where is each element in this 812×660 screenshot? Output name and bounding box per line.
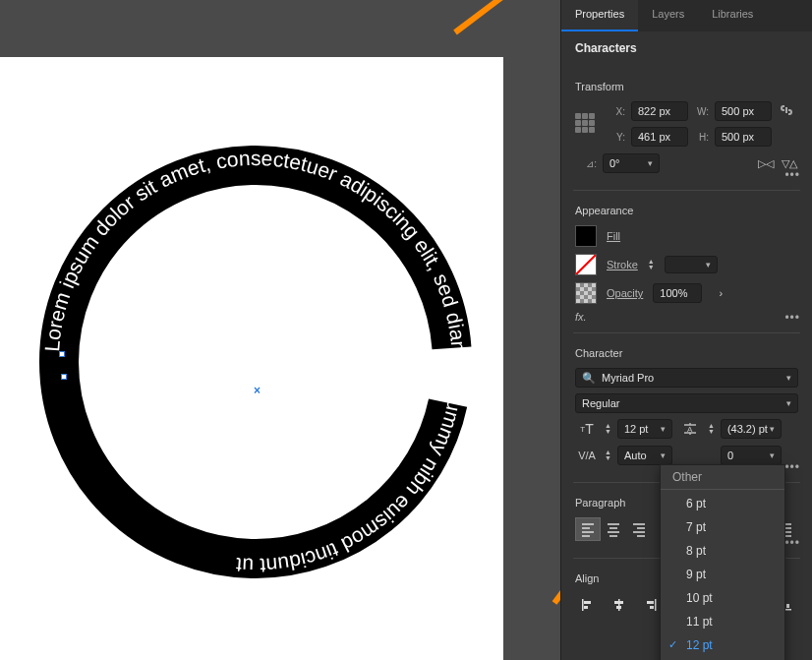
- kerning-icon: V/A: [575, 450, 599, 461]
- tab-libraries[interactable]: Libraries: [698, 0, 767, 31]
- svg-rect-4: [584, 601, 591, 604]
- panel-tabs: Properties Layers Libraries: [561, 0, 812, 31]
- align-center-button[interactable]: [601, 517, 626, 541]
- appearance-title: Appearance: [575, 205, 798, 216]
- properties-panel: Properties Layers Libraries Characters T…: [560, 0, 812, 660]
- opacity-swatch[interactable]: [575, 282, 597, 304]
- chevron-down-icon: ▾: [648, 158, 653, 168]
- object-type-section: Characters: [561, 31, 812, 71]
- appearance-more-icon[interactable]: •••: [784, 311, 800, 325]
- font-size-option[interactable]: 6 pt: [661, 492, 784, 515]
- w-label: W:: [694, 106, 709, 117]
- font-size-option-label: 12 pt: [686, 638, 713, 652]
- document-viewport: Lorem ipsum dolor sit amet, consectetuer…: [0, 0, 560, 660]
- fill-label[interactable]: Fill: [607, 230, 620, 242]
- kerning-value: Auto: [624, 450, 647, 461]
- fx-button[interactable]: fx.: [575, 311, 798, 323]
- stroke-label[interactable]: Stroke: [607, 259, 638, 270]
- font-family-select[interactable]: 🔍 Myriad Pro ▾: [575, 368, 798, 388]
- font-size-option[interactable]: 7 pt: [661, 515, 784, 539]
- font-size-dropdown-header: Other: [661, 465, 784, 490]
- svg-rect-8: [616, 606, 621, 609]
- font-size-option-label: 9 pt: [686, 568, 706, 581]
- tab-properties[interactable]: Properties: [561, 0, 638, 31]
- tab-layers[interactable]: Layers: [638, 0, 698, 31]
- font-size-option-label: 6 pt: [686, 497, 706, 510]
- transform-more-icon[interactable]: •••: [784, 168, 800, 182]
- link-wh-icon[interactable]: [778, 102, 795, 120]
- font-size-icon: TT: [575, 421, 599, 437]
- opacity-label[interactable]: Opacity: [607, 287, 643, 299]
- font-size-option-label: 10 pt: [686, 591, 713, 605]
- divider: [573, 190, 800, 191]
- stroke-weight-select[interactable]: ▾: [665, 256, 718, 273]
- divider: [573, 332, 800, 333]
- fill-swatch[interactable]: [575, 225, 597, 247]
- font-size-dropdown[interactable]: Other 6 pt7 pt8 pt9 pt10 pt11 pt✓12 pt14…: [660, 464, 785, 660]
- align-left-button[interactable]: [575, 517, 601, 541]
- paragraph-more-icon[interactable]: •••: [784, 536, 800, 550]
- path-anchor-start[interactable]: [59, 351, 65, 357]
- reference-point-grid[interactable]: [575, 113, 597, 135]
- character-more-icon[interactable]: •••: [784, 460, 800, 474]
- font-style-value: Regular: [582, 397, 620, 409]
- stroke-weight-stepper[interactable]: ▲▼: [648, 259, 655, 270]
- align-right-button[interactable]: [626, 517, 652, 541]
- check-icon: ✓: [668, 638, 677, 651]
- chevron-down-icon: ▾: [786, 398, 791, 408]
- opacity-flyout-icon[interactable]: ›: [712, 287, 729, 299]
- y-input[interactable]: [631, 127, 688, 147]
- svg-rect-7: [614, 601, 623, 604]
- angle-select[interactable]: 0° ▾: [603, 153, 660, 173]
- transform-section: Transform X: W: Y: H:: [561, 71, 812, 186]
- transform-title: Transform: [575, 81, 798, 92]
- chevron-down-icon: ▾: [770, 450, 775, 460]
- chevron-down-icon: ▾: [661, 450, 666, 460]
- leading-select[interactable]: (43.2) pt ▾: [721, 419, 782, 439]
- font-size-select[interactable]: 12 pt ▾: [617, 419, 672, 439]
- chevron-down-icon: ▾: [770, 424, 775, 434]
- character-section: Character 🔍 Myriad Pro ▾ Regular ▾ TT ▲▼…: [561, 337, 812, 478]
- tracking-select[interactable]: 0 ▾: [721, 446, 782, 465]
- svg-rect-20: [786, 604, 789, 608]
- flip-horizontal-icon[interactable]: ▷◁: [757, 157, 775, 170]
- artboard[interactable]: Lorem ipsum dolor sit amet, consectetuer…: [0, 57, 503, 660]
- font-size-option[interactable]: 11 pt: [661, 610, 784, 633]
- stroke-swatch[interactable]: [575, 254, 597, 275]
- font-size-option[interactable]: 8 pt: [661, 539, 784, 563]
- font-size-option[interactable]: 9 pt: [661, 563, 784, 586]
- kerning-stepper[interactable]: ▲▼: [605, 450, 611, 461]
- font-size-option[interactable]: 10 pt: [661, 586, 784, 610]
- text-on-path-object[interactable]: Lorem ipsum dolor sit amet, consectetuer…: [39, 106, 472, 578]
- font-size-option[interactable]: ✓12 pt: [661, 633, 784, 657]
- leading-stepper[interactable]: ▲▼: [708, 423, 715, 435]
- align-obj-left-button[interactable]: [575, 593, 601, 617]
- h-input[interactable]: [715, 127, 772, 147]
- font-size-option-label: 11 pt: [686, 615, 713, 629]
- svg-rect-1: [785, 107, 787, 113]
- search-icon: 🔍: [582, 372, 596, 385]
- kerning-select[interactable]: Auto ▾: [617, 446, 672, 465]
- x-input[interactable]: [631, 101, 688, 121]
- x-label: X:: [610, 106, 625, 117]
- angle-value: 0°: [609, 157, 620, 169]
- object-center-marker: ×: [254, 384, 261, 397]
- path-anchor-end[interactable]: [61, 374, 67, 380]
- font-size-stepper[interactable]: ▲▼: [605, 423, 611, 435]
- svg-rect-10: [647, 601, 654, 604]
- svg-rect-6: [618, 599, 620, 611]
- character-title: Character: [575, 347, 798, 359]
- svg-rect-11: [650, 606, 654, 609]
- chevron-down-icon: ▾: [706, 260, 711, 270]
- object-type-label: Characters: [575, 41, 798, 55]
- font-style-select[interactable]: Regular ▾: [575, 393, 798, 413]
- chevron-down-icon: ▾: [661, 424, 666, 434]
- svg-rect-9: [655, 599, 657, 611]
- font-size-option-label: 7 pt: [686, 520, 706, 534]
- opacity-input[interactable]: [653, 283, 702, 303]
- align-obj-hcenter-button[interactable]: [607, 593, 632, 617]
- chevron-down-icon: ▾: [786, 373, 791, 383]
- tracking-value: 0: [727, 450, 733, 461]
- w-input[interactable]: [715, 101, 772, 121]
- svg-text:A: A: [687, 425, 693, 434]
